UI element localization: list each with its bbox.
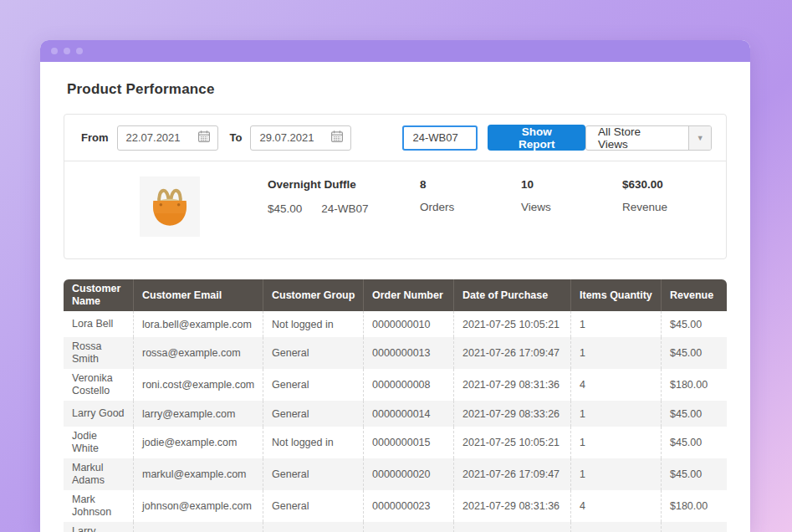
table-cell: johnson@example.com [134, 490, 263, 522]
table-cell: white@example.com [134, 522, 263, 532]
table-header-cell: Date of Purchase [454, 279, 571, 311]
sku-search-input[interactable] [402, 125, 478, 151]
app-window: Product Performance From 22.07.2021 [40, 40, 750, 532]
views-metric: 10 Views [521, 176, 622, 213]
window-dot [51, 48, 58, 54]
orders-table: Customer NameCustomer EmailCustomer Grou… [64, 279, 727, 532]
table-cell: markul@example.com [134, 458, 263, 490]
table-cell: larry@example.com [134, 401, 263, 427]
page-title: Product Performance [67, 81, 727, 98]
table-header-cell: Order Number [364, 279, 454, 311]
orders-metric: 8 Orders [420, 176, 521, 213]
table-cell: 0000000015 [364, 427, 454, 458]
table-header-cell: Customer Group [263, 279, 364, 311]
window-dot [76, 48, 83, 54]
to-date-input[interactable]: 29.07.2021 [250, 125, 351, 151]
table-cell: $180.00 [662, 369, 727, 401]
table-cell: 0000000013 [364, 337, 454, 369]
table-cell: Rossa Smith [64, 337, 134, 369]
table-cell: $180.00 [662, 490, 727, 522]
to-date-value: 29.07.2021 [259, 131, 314, 144]
table-body: Lora Belllora.bell@example.comNot logged… [64, 311, 727, 532]
table-cell: $45.00 [662, 522, 727, 532]
table-cell: 2021-07-29 08:31:36 [454, 369, 571, 401]
table-cell: General [263, 490, 364, 522]
revenue-label: Revenue [622, 201, 723, 213]
product-name: Overnight Duffle [268, 178, 420, 191]
table-cell: 0000000023 [364, 490, 454, 522]
table-cell: 2021-07-26 17:09:47 [454, 337, 571, 369]
table-row: Larry Goodlarry@example.comGeneral000000… [64, 401, 727, 427]
table-cell: 2021-07-25 10:05:21 [454, 311, 571, 337]
table-row: Jodie Whitejodie@example.comNot logged i… [64, 427, 727, 458]
table-cell: General [263, 458, 364, 490]
table-header-cell: Customer Name [64, 279, 134, 311]
orders-label: Orders [420, 201, 521, 213]
table-cell: $45.00 [662, 401, 727, 427]
window-dot [64, 48, 70, 54]
table-cell: 1 [571, 401, 662, 427]
table-row: Mark Johnsonjohnson@example.comGeneral00… [64, 490, 727, 522]
table-row: Larry Whitewhite@example.comGeneral00000… [64, 522, 727, 532]
product-info: Overnight Duffle $45.00 24-WB07 [268, 176, 420, 215]
table-row: Veronika Costelloroni.cost@example.comGe… [64, 369, 727, 401]
table-cell: $45.00 [662, 311, 727, 337]
table-header-row: Customer NameCustomer EmailCustomer Grou… [64, 279, 727, 311]
table-cell: Not logged in [263, 311, 364, 337]
revenue-metric: $630.00 Revenue [622, 176, 723, 213]
table-header-cell: Revenue [662, 279, 727, 311]
table-cell: 0000000010 [364, 311, 454, 337]
table-header-cell: Customer Email [134, 279, 263, 311]
table-cell: 4 [571, 490, 662, 522]
table-cell: Mark Johnson [64, 490, 134, 522]
calendar-icon[interactable] [330, 130, 344, 146]
table-cell: 4 [571, 369, 662, 401]
table-cell: Lora Bell [64, 311, 134, 337]
calendar-icon[interactable] [197, 130, 211, 146]
table-cell: Markul Adams [64, 458, 134, 490]
table-cell: jodie@example.com [134, 427, 263, 458]
table-cell: $45.00 [662, 458, 727, 490]
show-report-button[interactable]: Show Report [488, 125, 585, 151]
table-cell: Not logged in [263, 427, 364, 458]
to-label: To [230, 131, 243, 144]
table-cell: roni.cost@example.com [134, 369, 263, 401]
table-row: Markul Adamsmarkul@example.comGeneral000… [64, 458, 727, 490]
chevron-down-icon[interactable]: ▼ [688, 126, 711, 150]
filter-summary-card: From 22.07.2021 [64, 114, 727, 259]
views-value: 10 [521, 178, 622, 191]
product-image [140, 176, 200, 237]
table-cell: 2021-07-29 08:33:26 [454, 401, 571, 427]
table-cell: 1 [571, 427, 662, 458]
orders-value: 8 [420, 178, 521, 191]
from-date-value: 22.07.2021 [126, 131, 181, 144]
table-cell: 0000000020 [364, 458, 454, 490]
table-cell: 2021-07-29 08:33:26 [454, 522, 571, 532]
window-titlebar[interactable] [40, 40, 750, 62]
table-cell: 2021-07-29 08:31:36 [454, 490, 571, 522]
table-cell: 0000000011 [364, 522, 454, 532]
table-cell: 1 [571, 458, 662, 490]
table-cell: 1 [571, 522, 662, 532]
table-header-cell: Items Quantity [571, 279, 662, 311]
table-cell: $45.00 [662, 427, 727, 458]
from-date-input[interactable]: 22.07.2021 [117, 125, 218, 151]
desktop-background: Product Performance From 22.07.2021 [0, 0, 792, 532]
product-sku: 24-WB07 [321, 202, 368, 215]
revenue-value: $630.00 [622, 178, 723, 191]
store-view-select[interactable]: All Store Views ▼ [585, 125, 712, 151]
table-cell: General [263, 337, 364, 369]
filter-row: From 22.07.2021 [64, 115, 726, 161]
table-cell: lora.bell@example.com [134, 311, 263, 337]
views-label: Views [521, 201, 622, 213]
product-summary-row: Overnight Duffle $45.00 24-WB07 8 Orders… [64, 161, 726, 258]
table-cell: rossa@example.com [134, 337, 263, 369]
table-cell: 0000000008 [364, 369, 454, 401]
table-cell: 2021-07-25 10:05:21 [454, 427, 571, 458]
table-cell: 1 [571, 337, 662, 369]
table-cell: General [263, 522, 364, 532]
table-row: Lora Belllora.bell@example.comNot logged… [64, 311, 727, 337]
table-cell: Veronika Costello [64, 369, 134, 401]
table-cell: Jodie White [64, 427, 134, 458]
table-cell: Larry White [64, 522, 134, 532]
